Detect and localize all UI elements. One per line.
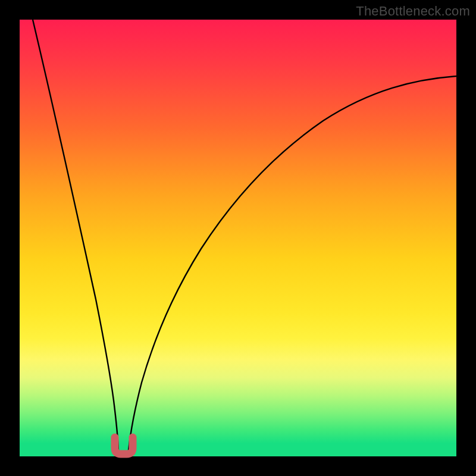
chart-minimum-marker <box>115 437 133 454</box>
chart-curves <box>20 20 456 456</box>
chart-plot-area <box>20 20 456 456</box>
watermark-text: TheBottleneck.com <box>356 4 470 19</box>
chart-frame: TheBottleneck.com <box>0 0 476 476</box>
curve-right-branch <box>129 76 456 450</box>
curve-left-branch <box>33 20 118 450</box>
